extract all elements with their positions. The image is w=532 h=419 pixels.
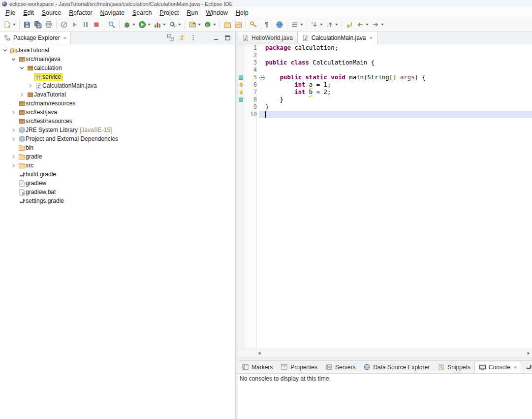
editor-tab-calculationmain-java[interactable]: JCalculationMain.java× xyxy=(298,32,377,44)
toolbar-print-button[interactable] xyxy=(43,19,54,30)
chevron-right-icon[interactable] xyxy=(18,91,26,98)
tree-item-src-test-resources[interactable]: src/test/resources xyxy=(0,117,235,126)
tree-item-calculation[interactable]: calculation xyxy=(0,64,235,72)
toolbar-view-list-button[interactable] xyxy=(289,19,305,30)
tree-item-src-main-resources[interactable]: src/main/resources xyxy=(0,99,235,108)
line-number[interactable]: 4 xyxy=(245,66,259,74)
bottom-tab-servers[interactable]: Servers xyxy=(321,361,359,373)
dropdown-arrow-icon[interactable] xyxy=(132,24,135,26)
tree-item-src[interactable]: src xyxy=(0,161,235,170)
line-number[interactable]: 9 xyxy=(245,103,259,111)
toolbar-save-button[interactable] xyxy=(22,19,32,30)
bottom-tab-markers[interactable]: Markers xyxy=(238,361,277,373)
chevron-right-icon[interactable] xyxy=(10,127,17,134)
toolbar-previous-annotation-button[interactable] xyxy=(324,19,340,30)
link-with-editor-icon[interactable] xyxy=(178,34,186,41)
code-text[interactable] xyxy=(265,52,532,59)
tree-item-gradle[interactable]: gradle xyxy=(0,152,235,161)
toolbar-next-annotation-button[interactable] xyxy=(309,19,324,30)
toolbar-terminate-button[interactable] xyxy=(91,19,102,30)
line-number[interactable]: 1 xyxy=(245,44,259,52)
annotation-cell[interactable] xyxy=(238,44,245,52)
close-tab-icon[interactable]: × xyxy=(514,364,517,370)
editor-hscrollbar[interactable] xyxy=(238,349,532,357)
annotation-cell[interactable] xyxy=(238,52,245,59)
chevron-right-icon[interactable] xyxy=(27,82,34,90)
chevron-right-icon[interactable] xyxy=(10,153,17,161)
tree-item-gradlew-bat[interactable]: gradlew.bat xyxy=(0,188,235,196)
code-text[interactable]: public class CalculationMain { xyxy=(265,59,532,66)
line-number[interactable]: 6 xyxy=(245,81,259,89)
tree-item-src-test-java[interactable]: src/test/java xyxy=(0,108,235,117)
menu-run[interactable]: Run xyxy=(183,8,202,17)
toolbar-resume-button[interactable] xyxy=(69,19,80,30)
menu-refactor[interactable]: Refactor xyxy=(65,8,96,17)
menu-file[interactable]: File xyxy=(1,8,19,17)
bottom-tab-snippets[interactable]: Snippets xyxy=(434,361,474,373)
dropdown-arrow-icon[interactable] xyxy=(163,24,166,26)
dropdown-arrow-icon[interactable] xyxy=(13,24,16,26)
menu-source[interactable]: Source xyxy=(38,8,65,17)
chevron-down-icon[interactable] xyxy=(18,64,26,72)
menu-navigate[interactable]: Navigate xyxy=(96,8,128,17)
code-text[interactable]: int b = 2; xyxy=(265,89,532,96)
dropdown-arrow-icon[interactable] xyxy=(178,24,181,26)
minimize-icon[interactable] xyxy=(213,34,220,41)
line-number[interactable]: 7 xyxy=(245,89,259,96)
fold-collapse-icon[interactable] xyxy=(259,74,265,81)
occurrence-annotation-icon[interactable] xyxy=(238,96,245,103)
tree-item-build-gradle[interactable]: build.gradle xyxy=(0,170,235,179)
chevron-right-icon[interactable] xyxy=(10,162,17,169)
tree-item-src-main-java[interactable]: src/main/java xyxy=(0,55,235,64)
toolbar-forward-button[interactable] xyxy=(370,19,385,30)
hscroll-track[interactable] xyxy=(263,349,525,357)
tree-item-settings-gradle[interactable]: settings.gradle xyxy=(0,196,235,205)
tree-item-jre-system-library[interactable]: JRE System Library[JavaSE-15] xyxy=(0,126,235,134)
toolbar-new-java-project-button[interactable] xyxy=(187,19,202,30)
line-number[interactable]: 5 xyxy=(245,74,259,81)
menu-search[interactable]: Search xyxy=(128,8,156,17)
bottom-tab-properties[interactable]: Properties xyxy=(277,361,321,373)
scroll-left-arrow-icon[interactable] xyxy=(256,350,263,356)
toolbar-save-all-button[interactable] xyxy=(32,19,43,30)
dropdown-arrow-icon[interactable] xyxy=(148,24,151,26)
occurrence-annotation-icon[interactable] xyxy=(238,74,245,81)
code-text[interactable]: } xyxy=(265,103,532,111)
toolbar-new-button[interactable] xyxy=(2,19,17,30)
chevron-down-icon[interactable] xyxy=(1,47,9,54)
toolbar-sign-key-button[interactable] xyxy=(248,19,259,30)
toolbar-debug-button[interactable] xyxy=(122,19,137,30)
horizontal-sash[interactable] xyxy=(238,357,532,361)
tree-item-project-and-external-dependencies[interactable]: Project and External Dependencies xyxy=(0,134,235,143)
collapse-all-icon[interactable] xyxy=(167,34,174,41)
toolbar-show-whitespace-button[interactable]: ¶ xyxy=(263,19,270,30)
line-number[interactable]: 8 xyxy=(245,96,259,103)
dropdown-arrow-icon[interactable] xyxy=(335,24,338,26)
toolbar-new-java-class-button[interactable]: C xyxy=(202,19,218,30)
toolbar-back-button[interactable] xyxy=(355,19,370,30)
menu-edit[interactable]: Edit xyxy=(19,8,38,17)
annotation-cell[interactable] xyxy=(238,66,245,74)
chevron-right-icon[interactable] xyxy=(10,135,17,143)
dropdown-arrow-icon[interactable] xyxy=(366,24,369,26)
toolbar-open-web-browser-button[interactable] xyxy=(274,19,285,30)
menu-window[interactable]: Window xyxy=(202,8,231,17)
close-tab-icon[interactable]: × xyxy=(370,35,373,41)
code-editor[interactable]: 1package calculation;23public class Calc… xyxy=(238,44,532,349)
annotation-cell[interactable] xyxy=(238,103,245,111)
menu-project[interactable]: Project xyxy=(156,8,183,17)
code-text[interactable]: int a = 1; xyxy=(265,81,532,89)
tree-item-javatutorial[interactable]: JJavaTutorial xyxy=(0,46,235,55)
close-view-icon[interactable]: × xyxy=(63,35,66,41)
toolbar-import-folder-button[interactable] xyxy=(233,19,244,30)
chevron-down-icon[interactable] xyxy=(10,56,17,63)
toolbar-run-button[interactable] xyxy=(137,19,152,30)
tree-item-javatutorial[interactable]: JavaTutorial xyxy=(0,90,235,99)
bottom-tab-gradle-ta[interactable]: Gradle Ta xyxy=(521,361,532,373)
code-text[interactable] xyxy=(265,111,532,118)
package-explorer-tab[interactable]: Package Explorer × xyxy=(0,32,71,44)
chevron-right-icon[interactable] xyxy=(10,109,17,116)
toolbar-suspend-button[interactable] xyxy=(80,19,91,30)
annotation-cell[interactable] xyxy=(238,111,245,118)
code-text[interactable]: public static void main(String[] args) { xyxy=(265,74,532,81)
